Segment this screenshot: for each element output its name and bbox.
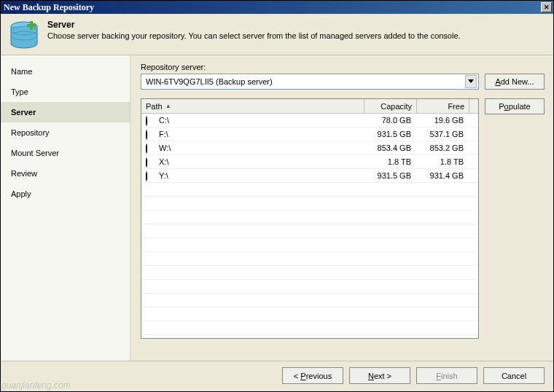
table-row-empty: [141, 266, 478, 280]
table-row-empty: [141, 238, 478, 252]
table-row-empty: [141, 321, 478, 335]
column-header-capacity[interactable]: Capacity: [364, 99, 417, 113]
cell-free: 19.6 GB: [417, 116, 469, 125]
cell-capacity: 931.5 GB: [364, 171, 417, 180]
path-text: X:\: [159, 157, 168, 166]
cancel-label: Cancel: [502, 372, 526, 380]
finish-button: Finish: [416, 367, 477, 384]
repository-server-value: WIN-6TV9QG7LII5 (Backup server): [146, 77, 273, 86]
close-icon: ✕: [544, 4, 550, 11]
add-new-label: dd New...: [501, 77, 534, 86]
sidebar-item-review[interactable]: Review: [1, 163, 130, 184]
cell-capacity: 853.4 GB: [364, 144, 417, 152]
sidebar-item-name[interactable]: Name: [1, 61, 130, 82]
repository-server-select[interactable]: WIN-6TV9QG7LII5 (Backup server): [141, 74, 479, 90]
table-row[interactable]: C:\78.0 GB19.6 GB: [141, 114, 478, 128]
cell-capacity: 78.0 GB: [364, 116, 417, 125]
column-header-free-label: Free: [448, 102, 464, 111]
cell-path: X:\: [141, 157, 364, 166]
wizard-steps-sidebar: NameTypeServerRepositoryMount ServerRevi…: [1, 55, 130, 361]
cell-path: Y:\: [141, 171, 364, 180]
path-text: W:\: [159, 144, 171, 152]
column-header-path[interactable]: Path ▲: [141, 99, 364, 113]
cell-free: 931.4 GB: [417, 171, 469, 180]
svg-rect-4: [27, 24, 36, 27]
table-row-empty: [141, 197, 478, 211]
table-row-empty: [141, 335, 478, 338]
sort-asc-icon: ▲: [165, 103, 171, 109]
path-text: C:\: [159, 116, 169, 125]
disk-icon: [146, 172, 156, 179]
chevron-down-icon[interactable]: [465, 75, 477, 88]
table-body[interactable]: C:\78.0 GB19.6 GBF:\931.5 GB537.1 GBW:\8…: [141, 114, 478, 338]
repository-icon: [8, 20, 40, 50]
table-row-empty: [141, 183, 478, 197]
table-row[interactable]: X:\1.8 TB1.8 TB: [141, 155, 478, 169]
cell-capacity: 931.5 GB: [364, 130, 417, 138]
table-row-empty: [141, 280, 478, 294]
page-title: Server: [47, 20, 461, 30]
populate-button[interactable]: Populate: [485, 98, 545, 114]
previous-button[interactable]: < Previous: [282, 367, 343, 384]
cell-path: F:\: [141, 130, 364, 138]
disk-icon: [146, 144, 156, 152]
table-row-empty: [141, 211, 478, 224]
paths-section: Path ▲ Capacity Free C:\78.0 GB19.6 GBF:…: [141, 98, 545, 356]
next-button[interactable]: Next >: [349, 367, 410, 384]
cell-free: 537.1 GB: [417, 130, 469, 138]
sidebar-item-type[interactable]: Type: [1, 82, 130, 102]
column-header-spacer: [469, 99, 478, 113]
column-header-path-label: Path: [146, 102, 163, 111]
wizard-header: Server Choose server backing your reposi…: [1, 14, 553, 55]
table-row-empty: [141, 307, 478, 321]
table-row[interactable]: W:\853.4 GB853.2 GB: [141, 141, 478, 155]
titlebar[interactable]: New Backup Repository ✕: [1, 1, 553, 14]
sidebar-item-mount-server[interactable]: Mount Server: [1, 143, 130, 163]
cell-free: 1.8 TB: [417, 157, 469, 166]
wizard-body: NameTypeServerRepositoryMount ServerRevi…: [1, 55, 553, 361]
repository-server-label: Repository server:: [141, 63, 545, 71]
column-header-capacity-label: Capacity: [381, 102, 412, 111]
close-button[interactable]: ✕: [541, 2, 552, 12]
cell-capacity: 1.8 TB: [364, 157, 417, 166]
disk-icon: [146, 158, 156, 165]
wizard-header-text: Server Choose server backing your reposi…: [47, 20, 461, 40]
cell-path: C:\: [141, 116, 364, 125]
disk-icon: [146, 117, 156, 124]
window-title: New Backup Repository: [4, 2, 94, 13]
repository-server-row: WIN-6TV9QG7LII5 (Backup server) Add New.…: [141, 74, 545, 90]
table-row-empty: [141, 252, 478, 266]
cell-free: 853.2 GB: [417, 144, 469, 152]
column-header-free[interactable]: Free: [417, 99, 469, 113]
sidebar-item-apply[interactable]: Apply: [1, 184, 130, 204]
cancel-button[interactable]: Cancel: [483, 367, 545, 384]
table-header-row: Path ▲ Capacity Free: [141, 99, 478, 114]
wizard-window: New Backup Repository ✕ Server Choose se…: [0, 0, 554, 392]
wizard-main-panel: Repository server: WIN-6TV9QG7LII5 (Back…: [130, 55, 553, 361]
wizard-footer: < Previous Next > Finish Cancel: [1, 361, 553, 391]
page-description: Choose server backing your repository. Y…: [47, 31, 461, 40]
table-row[interactable]: Y:\931.5 GB931.4 GB: [141, 169, 478, 183]
table-row-empty: [141, 294, 478, 307]
path-text: F:\: [159, 130, 168, 138]
sidebar-item-server[interactable]: Server: [1, 102, 130, 122]
sidebar-item-repository[interactable]: Repository: [1, 122, 130, 143]
add-new-button[interactable]: Add New...: [485, 74, 545, 90]
table-row[interactable]: F:\931.5 GB537.1 GB: [141, 128, 478, 141]
disk-icon: [146, 130, 156, 138]
paths-table: Path ▲ Capacity Free C:\78.0 GB19.6 GBF:…: [141, 98, 479, 339]
path-text: Y:\: [159, 171, 168, 180]
table-row-empty: [141, 224, 478, 238]
cell-path: W:\: [141, 144, 364, 152]
